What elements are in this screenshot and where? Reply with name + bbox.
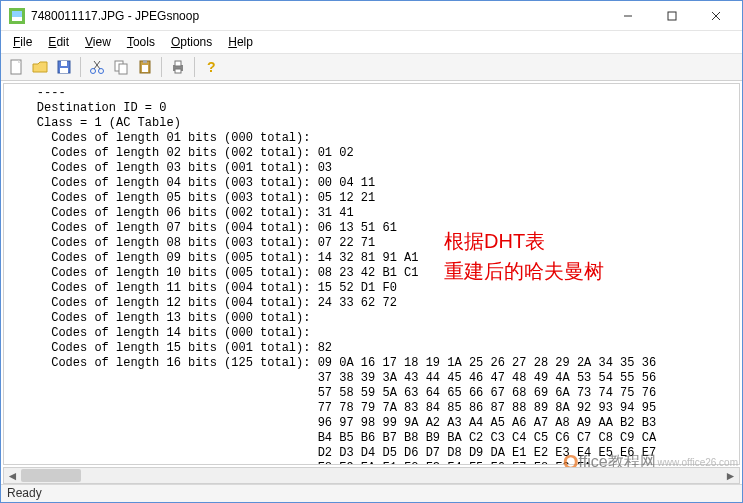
- scroll-track[interactable]: [21, 468, 722, 483]
- print-button[interactable]: [167, 56, 189, 78]
- new-button[interactable]: [5, 56, 27, 78]
- separator: [194, 57, 195, 77]
- open-button[interactable]: [29, 56, 51, 78]
- svg-point-15: [99, 69, 104, 74]
- maximize-button[interactable]: [650, 2, 694, 30]
- separator: [161, 57, 162, 77]
- svg-rect-17: [119, 64, 127, 74]
- svg-rect-10: [61, 61, 67, 66]
- svg-rect-22: [175, 61, 181, 66]
- statusbar: Ready: [1, 484, 742, 502]
- svg-rect-2: [12, 11, 22, 17]
- content-area: ---- Destination ID = 0 Class = 1 (AC Ta…: [3, 83, 740, 465]
- window-title: 7480011117.JPG - JPEGsnoop: [31, 9, 606, 23]
- svg-text:?: ?: [207, 59, 216, 75]
- menu-edit[interactable]: Edit: [40, 33, 77, 51]
- save-button[interactable]: [53, 56, 75, 78]
- menubar: File Edit View Tools Options Help: [1, 31, 742, 53]
- svg-point-14: [91, 69, 96, 74]
- menu-file[interactable]: File: [5, 33, 40, 51]
- text-pane[interactable]: ---- Destination ID = 0 Class = 1 (AC Ta…: [4, 84, 739, 465]
- svg-rect-23: [175, 69, 181, 73]
- menu-view[interactable]: View: [77, 33, 119, 51]
- cut-button[interactable]: [86, 56, 108, 78]
- close-button[interactable]: [694, 2, 738, 30]
- menu-help[interactable]: Help: [220, 33, 261, 51]
- help-button[interactable]: ?: [200, 56, 222, 78]
- copy-button[interactable]: [110, 56, 132, 78]
- titlebar: 7480011117.JPG - JPEGsnoop: [1, 1, 742, 31]
- scroll-left-arrow[interactable]: ◄: [4, 468, 21, 483]
- minimize-button[interactable]: [606, 2, 650, 30]
- app-icon: [9, 8, 25, 24]
- svg-rect-20: [142, 65, 148, 72]
- menu-tools[interactable]: Tools: [119, 33, 163, 51]
- toolbar: ?: [1, 53, 742, 81]
- paste-button[interactable]: [134, 56, 156, 78]
- svg-rect-11: [60, 68, 68, 73]
- svg-rect-4: [668, 12, 676, 20]
- scroll-thumb[interactable]: [21, 469, 81, 482]
- horizontal-scrollbar[interactable]: ◄ ►: [3, 467, 740, 484]
- menu-options[interactable]: Options: [163, 33, 220, 51]
- scroll-right-arrow[interactable]: ►: [722, 468, 739, 483]
- svg-rect-19: [143, 60, 147, 63]
- separator: [80, 57, 81, 77]
- status-text: Ready: [7, 486, 42, 500]
